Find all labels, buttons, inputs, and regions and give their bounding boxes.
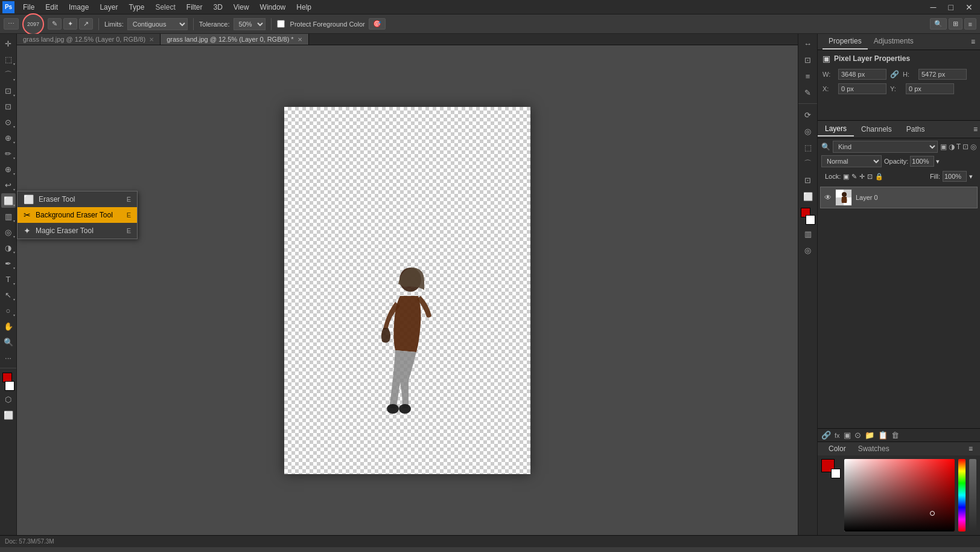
menu-type[interactable]: Type [124, 2, 149, 13]
properties-menu-btn[interactable]: ≡ [971, 37, 975, 46]
blur-tool[interactable]: ◎▾ [1, 225, 16, 239]
tab-0-close[interactable]: ✕ [149, 36, 154, 43]
eyedropper-tool[interactable]: ⊙▾ [1, 115, 16, 129]
stamp-tool[interactable]: ⊕▾ [1, 162, 16, 176]
tab-adjustments[interactable]: Adjustments [868, 34, 920, 50]
menu-image[interactable]: Image [64, 2, 94, 13]
history-brush[interactable]: ↩▾ [1, 178, 16, 192]
fx-icon[interactable]: fx [835, 432, 840, 439]
selection-tool[interactable]: ⬚▾ [1, 52, 16, 66]
menu-select[interactable]: Select [150, 2, 180, 13]
shape-filter-icon[interactable]: ⊡ [962, 143, 969, 151]
background-color[interactable] [5, 381, 14, 391]
dodge-tool[interactable]: ◑▾ [1, 240, 16, 255]
quick-mask-btn[interactable]: ⬡ [1, 392, 16, 406]
channels-tab[interactable]: Channels [854, 123, 899, 136]
tab-0[interactable]: grass land.jpg @ 12.5% (Layer 0, RGB/8) … [17, 34, 161, 45]
view-btn[interactable]: ⊞ [949, 18, 962, 30]
color-menu-btn[interactable]: ≡ [969, 444, 973, 453]
pixel-filter-icon[interactable]: ▣ [940, 143, 947, 151]
tab-1[interactable]: grass land.jpg @ 12.5% (Layer 0, RGB/8) … [161, 34, 309, 45]
link-layers-icon[interactable]: 🔗 [821, 431, 831, 440]
color-bg-swatch[interactable] [831, 469, 841, 478]
adjustment-filter-icon[interactable]: ◑ [949, 143, 955, 151]
layers-tab[interactable]: Layers [818, 122, 854, 136]
background-eraser-option[interactable]: ✂ Background Eraser Tool E [18, 207, 137, 223]
opacity-input[interactable] [910, 156, 934, 167]
fp-eraser[interactable]: ⬜ [801, 189, 815, 204]
hand-tool[interactable]: ✋ [1, 319, 16, 333]
fp-crop[interactable]: ⊡ [801, 173, 815, 187]
opacity-strip[interactable] [969, 459, 976, 531]
shape-tool[interactable]: ○▾ [1, 303, 16, 318]
new-fill-layer-icon[interactable]: ▣ [844, 431, 851, 440]
quick-select-tool[interactable]: ⊡▾ [1, 83, 16, 98]
lock-all-icon[interactable]: 🔒 [875, 173, 883, 181]
brush-flow-btn[interactable]: ↗ [79, 18, 93, 30]
text-tool[interactable]: T▾ [1, 272, 16, 286]
panel-btn[interactable]: ≡ [964, 18, 976, 30]
text-filter-icon[interactable]: T [956, 143, 961, 151]
new-adjustment-icon[interactable]: ⊙ [854, 431, 861, 440]
brush-erase-btn[interactable]: ✦ [63, 18, 77, 30]
w-input[interactable] [838, 69, 886, 80]
minimize-btn[interactable]: ─ [926, 1, 941, 13]
menu-file[interactable]: File [18, 2, 39, 13]
h-input[interactable] [918, 69, 967, 80]
fp-blur[interactable]: ◎ [801, 243, 815, 257]
menu-layer[interactable]: Layer [95, 2, 122, 13]
menu-view[interactable]: View [229, 2, 254, 13]
brush-circle[interactable]: 2097 [22, 13, 44, 35]
lock-transparent-icon[interactable]: ▣ [843, 173, 849, 181]
fp-lasso[interactable]: ⌒ [801, 156, 815, 171]
menu-help[interactable]: Help [291, 2, 316, 13]
new-group-icon[interactable]: 📁 [865, 431, 874, 440]
brush-mode-btn[interactable]: ✎ [48, 18, 62, 30]
zoom-tool[interactable]: 🔍 [1, 335, 16, 349]
kind-select[interactable]: Kind [833, 141, 938, 153]
pen-tool[interactable]: ✒▾ [1, 256, 16, 271]
canvas-content[interactable] [17, 45, 798, 535]
close-btn[interactable]: ✕ [961, 1, 978, 13]
blend-mode-select[interactable]: Normal [821, 155, 882, 167]
x-input[interactable] [838, 83, 886, 94]
tab-properties[interactable]: Properties [822, 34, 868, 50]
brush-preset-btn[interactable]: ⋯ [4, 18, 19, 30]
limits-select[interactable]: Contiguous Discontiguous Find Edges [127, 18, 188, 30]
fp-select[interactable]: ⬚ [801, 140, 815, 155]
healing-tool[interactable]: ⊕▾ [1, 130, 16, 145]
fp-tool-4[interactable]: ✎ [801, 85, 815, 100]
menu-3d[interactable]: 3D [208, 2, 227, 13]
fp-tool-3[interactable]: ≡ [801, 69, 815, 83]
fill-chevron[interactable]: ▾ [969, 173, 973, 181]
search-btn[interactable]: 🔍 [930, 18, 947, 30]
menu-window[interactable]: Window [255, 2, 291, 13]
protect-checkbox[interactable] [277, 20, 285, 28]
fp-zoom[interactable]: ◎ [801, 124, 815, 138]
gradient-tool[interactable]: ▥▾ [1, 209, 16, 223]
swatches-tab[interactable]: Swatches [852, 442, 896, 455]
y-input[interactable] [906, 83, 954, 94]
layer-item-0[interactable]: 👁 Layer 0 [820, 187, 978, 208]
delete-layer-icon[interactable]: 🗑 [891, 431, 899, 440]
fill-input[interactable] [943, 171, 967, 182]
layers-menu-btn[interactable]: ≡ [973, 125, 978, 133]
lock-position-icon[interactable]: ✛ [859, 173, 865, 181]
eraser-tool[interactable]: ⬜▾ [1, 193, 16, 208]
hue-strip[interactable] [958, 459, 966, 531]
fp-bg-color[interactable] [806, 215, 815, 225]
menu-filter[interactable]: Filter [182, 2, 208, 13]
restore-btn[interactable]: □ [944, 1, 958, 13]
fp-gradient[interactable]: ▥ [801, 226, 815, 241]
smart-filter-icon[interactable]: ◎ [970, 143, 976, 151]
color-picker[interactable] [844, 459, 955, 531]
lasso-tool[interactable]: ⌒▾ [1, 68, 16, 82]
fp-tool-1[interactable]: ↔ [801, 36, 815, 51]
crop-tool[interactable]: ⊡ [1, 99, 16, 114]
lock-artboard-icon[interactable]: ⊡ [867, 173, 873, 181]
screen-mode-btn[interactable]: ⬜ [1, 408, 16, 422]
new-layer-icon[interactable]: 📋 [878, 431, 888, 440]
layer-visibility-icon[interactable]: 👁 [824, 193, 832, 202]
paths-tab[interactable]: Paths [899, 123, 932, 136]
tolerance-select[interactable]: 50% [234, 18, 266, 30]
